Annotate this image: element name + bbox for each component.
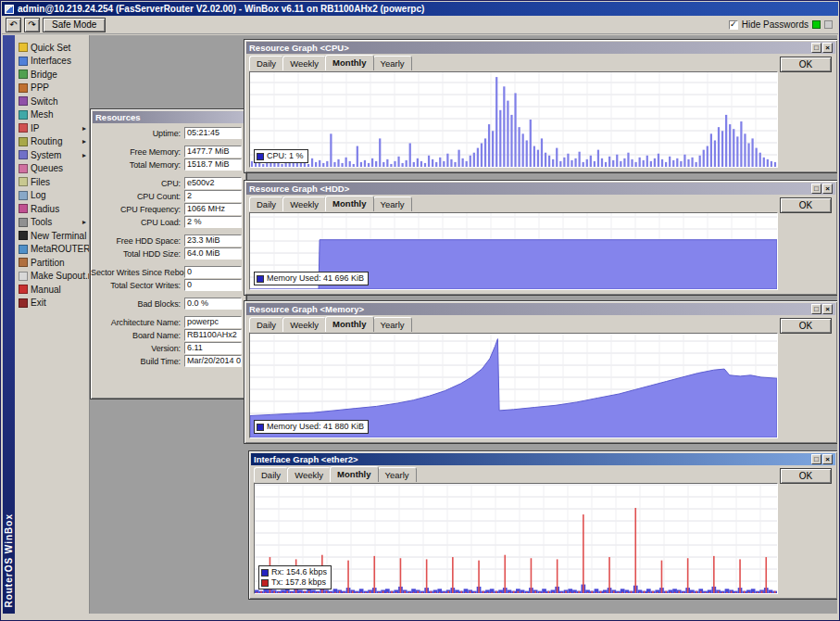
app-titlebar[interactable]: admin@10.219.24.254 (FasServerRouter V2.…	[2, 2, 838, 16]
field-label: CPU Load:	[91, 218, 184, 227]
memory-chart-legend: Memory Used: 41 880 KiB	[254, 420, 369, 434]
field-label: Board Name:	[91, 331, 184, 340]
connection-indicator-green	[812, 20, 821, 29]
app-title-text: admin@10.219.24.254 (FasServerRouter V2.…	[18, 4, 424, 14]
tab-daily[interactable]: Daily	[249, 196, 283, 211]
ok-button[interactable]: OK	[780, 318, 832, 334]
sidebar-item-mesh[interactable]: Mesh	[15, 108, 89, 122]
manual-icon	[19, 285, 28, 294]
ok-button[interactable]: OK	[780, 468, 832, 484]
sidebar-item-tools[interactable]: Tools▸	[15, 216, 89, 230]
close-button-icon[interactable]: ×	[822, 304, 833, 314]
resources-titlebar[interactable]: Resources	[93, 111, 244, 123]
resources-row-uptime: Uptime:05:21:45	[91, 127, 242, 139]
tab-yearly[interactable]: Yearly	[373, 56, 412, 70]
interface-graph-ether2-window: Interface Graph <ether2> □ × DailyWeekly…	[248, 450, 837, 600]
field-value: Mar/20/2014 09:16:2	[184, 355, 242, 367]
tab-monthly[interactable]: Monthly	[325, 316, 373, 332]
sidebar-item-new-terminal[interactable]: New Terminal	[15, 229, 89, 243]
sidebar-item-system[interactable]: System▸	[15, 148, 89, 162]
resources-row-free-hdd-space: Free HDD Space:23.3 MiB	[91, 234, 242, 247]
minimize-button-icon[interactable]: □	[811, 454, 821, 464]
sidebar-item-quick-set[interactable]: Quick Set	[15, 41, 89, 55]
sidebar-item-make-supout-rif[interactable]: Make Supout.rif	[15, 270, 89, 284]
legend-entry: Tx: 157.8 kbps	[261, 577, 327, 588]
tab-weekly[interactable]: Weekly	[282, 196, 326, 211]
ip-icon	[19, 123, 28, 133]
legend-entry: Rx: 154.6 kbps	[261, 567, 327, 577]
resources-row-bad-blocks: Bad Blocks:0.0 %	[91, 298, 242, 310]
field-label: Total Sector Writes:	[91, 281, 184, 290]
ether2-graph-titlebar[interactable]: Interface Graph <ether2> □ ×	[251, 453, 835, 465]
sidebar-item-label: Partition	[31, 258, 65, 268]
sidebar-item-label: PPP	[31, 82, 49, 93]
sidebar-item-routing[interactable]: Routing▸	[15, 135, 89, 149]
tab-daily[interactable]: Daily	[249, 317, 283, 332]
close-button-icon[interactable]: ×	[822, 454, 833, 464]
field-label: CPU Count:	[91, 192, 184, 201]
resources-row-cpu: CPU:e500v2	[91, 177, 242, 189]
resource-graph-memory-window: Resource Graph <Memory> □ × DailyWeeklyM…	[244, 300, 837, 444]
ok-button[interactable]: OK	[780, 197, 832, 213]
safe-mode-button[interactable]: Safe Mode	[43, 18, 106, 32]
toolbar: ↶ ↷ Safe Mode ✓ Hide Passwords	[2, 16, 838, 34]
minimize-button-icon[interactable]: □	[811, 304, 821, 314]
tab-monthly[interactable]: Monthly	[325, 55, 373, 70]
sidebar-item-ip[interactable]: IP▸	[15, 121, 89, 135]
ok-button[interactable]: OK	[780, 57, 832, 72]
brand-strip: RouterOS WinBox	[3, 35, 15, 614]
tab-weekly[interactable]: Weekly	[282, 317, 326, 332]
submenu-arrow-icon: ▸	[82, 124, 89, 133]
close-button-icon[interactable]: ×	[822, 184, 833, 194]
hdd-chart-legend: Memory Used: 41 696 KiB	[254, 272, 369, 285]
field-value: 0.0 %	[184, 298, 242, 310]
sidebar-item-partition[interactable]: Partition	[15, 256, 89, 270]
legend-label: Tx: 157.8 kbps	[271, 577, 326, 588]
tab-weekly[interactable]: Weekly	[282, 56, 326, 70]
hide-passwords-checkbox[interactable]: ✓	[729, 20, 738, 30]
close-button-icon[interactable]: ×	[822, 43, 833, 53]
sidebar-item-switch[interactable]: Switch	[15, 95, 89, 108]
redo-button[interactable]: ↷	[24, 18, 40, 32]
minimize-button-icon[interactable]: □	[811, 184, 821, 194]
sidebar-item-radius[interactable]: Radius	[15, 202, 89, 216]
tab-daily[interactable]: Daily	[254, 467, 288, 482]
cpu-graph-titlebar[interactable]: Resource Graph <CPU> □ ×	[246, 42, 835, 54]
sidebar-item-label: Manual	[31, 285, 61, 295]
sidebar-item-ppp[interactable]: PPP	[15, 82, 89, 95]
quick-set-icon	[19, 43, 28, 52]
field-label: Build Time:	[91, 357, 184, 366]
group-gap	[91, 140, 244, 145]
tab-yearly[interactable]: Yearly	[373, 196, 412, 211]
sidebar-item-label: Switch	[31, 96, 57, 107]
tab-weekly[interactable]: Weekly	[287, 467, 331, 482]
mesh-icon	[19, 110, 28, 120]
hide-passwords-label: Hide Passwords	[742, 19, 809, 30]
sidebar-item-label: Tools	[31, 217, 52, 227]
ether2-graph-tab-bar: DailyWeeklyMonthlyYearly	[254, 467, 416, 482]
field-label: Free HDD Space:	[91, 236, 184, 246]
minimize-button-icon[interactable]: □	[811, 43, 821, 53]
sidebar-item-bridge[interactable]: Bridge	[15, 68, 89, 82]
sidebar-item-exit[interactable]: Exit	[15, 297, 89, 310]
sidebar-item-log[interactable]: Log	[15, 189, 89, 203]
sidebar-item-files[interactable]: Files	[15, 175, 89, 189]
sidebar-item-interfaces[interactable]: Interfaces	[15, 55, 89, 69]
tab-yearly[interactable]: Yearly	[378, 467, 417, 482]
field-label: Uptime:	[91, 129, 184, 138]
legend-label: Memory Used: 41 696 KiB	[267, 273, 364, 284]
memory-graph-titlebar[interactable]: Resource Graph <Memory> □ ×	[246, 303, 835, 315]
tab-monthly[interactable]: Monthly	[325, 196, 373, 211]
tab-monthly[interactable]: Monthly	[330, 466, 378, 482]
field-value: 05:21:45	[184, 127, 242, 139]
tab-yearly[interactable]: Yearly	[373, 317, 412, 332]
files-icon	[19, 177, 28, 186]
cpu-chart-legend: CPU: 1 %	[254, 149, 308, 163]
field-value: 0	[184, 266, 242, 278]
undo-button[interactable]: ↶	[6, 18, 21, 32]
sidebar-item-metarouter[interactable]: MetaROUTER	[15, 243, 89, 257]
sidebar-item-manual[interactable]: Manual	[15, 283, 89, 297]
tab-daily[interactable]: Daily	[249, 56, 283, 70]
hdd-graph-titlebar[interactable]: Resource Graph <HDD> □ ×	[246, 183, 835, 195]
sidebar-item-queues[interactable]: Queues	[15, 162, 89, 176]
